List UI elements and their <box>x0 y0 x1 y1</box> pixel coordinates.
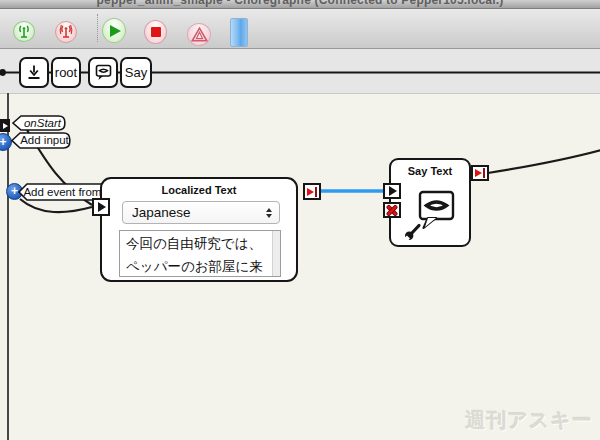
dropdown-stepper-icon <box>266 208 272 218</box>
stop-button[interactable] <box>144 20 167 44</box>
disconnect-button[interactable] <box>55 21 77 43</box>
breadcrumb-root[interactable]: root <box>51 57 81 88</box>
onstart-input-tag[interactable]: onStart <box>12 115 66 131</box>
localized-text-box[interactable]: Localized Text Japanese 今回の自由研究では、 ペッパーの… <box>100 177 298 282</box>
localized-text-output-port[interactable] <box>303 183 321 200</box>
say-text-stop-port[interactable] <box>383 202 401 218</box>
textarea-line-1: 今回の自由研究では、 <box>120 233 280 254</box>
play-port-icon <box>98 202 106 212</box>
add-input-tag[interactable]: Add input <box>11 132 71 149</box>
stop-icon <box>151 27 161 37</box>
localized-text-input-port[interactable] <box>92 198 110 216</box>
diagram-onstart-edge-port[interactable] <box>0 119 10 132</box>
textarea-scrollbar[interactable] <box>272 231 280 276</box>
connect-button[interactable] <box>13 21 35 42</box>
toolbar <box>0 9 600 49</box>
plus-icon: + <box>0 136 7 148</box>
root-anchor-icon <box>26 64 42 82</box>
white-play-icon <box>3 123 8 129</box>
watermark: 週刊アスキー <box>0 407 593 434</box>
antenna-red-icon <box>58 24 74 40</box>
speech-bubble-mouth-icon <box>418 190 456 230</box>
red-bar-icon <box>483 168 486 178</box>
breadcrumb-say-icon-box[interactable] <box>88 57 118 88</box>
play-port-icon <box>389 186 397 196</box>
wire-saytext-output <box>488 150 600 173</box>
breadcrumb-say-label: Say <box>125 65 147 80</box>
say-text-box[interactable]: Say Text <box>389 158 471 247</box>
localized-text-textarea[interactable]: 今回の自由研究では、 ペッパーのお部屋に来 <box>119 230 281 277</box>
red-bar-icon <box>315 187 318 197</box>
add-input-label: Add input <box>11 132 71 148</box>
red-play-port-icon <box>475 169 482 177</box>
speech-bubble-icon <box>95 64 112 81</box>
language-dropdown[interactable]: Japanese <box>122 201 280 224</box>
plus-icon: + <box>11 185 18 197</box>
say-text-title: Say Text <box>391 165 469 177</box>
warning-triangle-icon <box>191 27 208 42</box>
breadcrumb-say[interactable]: Say <box>120 57 152 88</box>
window-title: pepper_anim_smaple - Choregraphe (Connec… <box>0 0 600 7</box>
toolbar-separator <box>97 14 98 42</box>
volume-indicator[interactable] <box>230 18 248 47</box>
choregraphe-window: pepper_anim_smaple - Choregraphe (Connec… <box>0 0 600 440</box>
play-button[interactable] <box>102 18 126 43</box>
breadcrumb-root-label: root <box>55 65 77 80</box>
antenna-green-icon <box>16 24 32 40</box>
onstart-label: onStart <box>12 115 66 130</box>
say-text-input-port[interactable] <box>383 183 401 199</box>
breadcrumb-root-icon-box[interactable] <box>19 57 49 88</box>
textarea-line-2: ペッパーのお部屋に来 <box>120 256 280 277</box>
wrench-icon <box>404 222 422 242</box>
debug-button[interactable] <box>187 23 211 46</box>
red-play-port-icon <box>307 188 314 196</box>
say-text-output-port[interactable] <box>471 165 489 181</box>
localized-text-title: Localized Text <box>102 184 296 196</box>
language-dropdown-value: Japanese <box>132 205 191 220</box>
window-titlebar: pepper_anim_smaple - Choregraphe (Connec… <box>0 0 600 9</box>
red-x-port-icon <box>386 204 398 216</box>
play-icon <box>110 25 121 37</box>
